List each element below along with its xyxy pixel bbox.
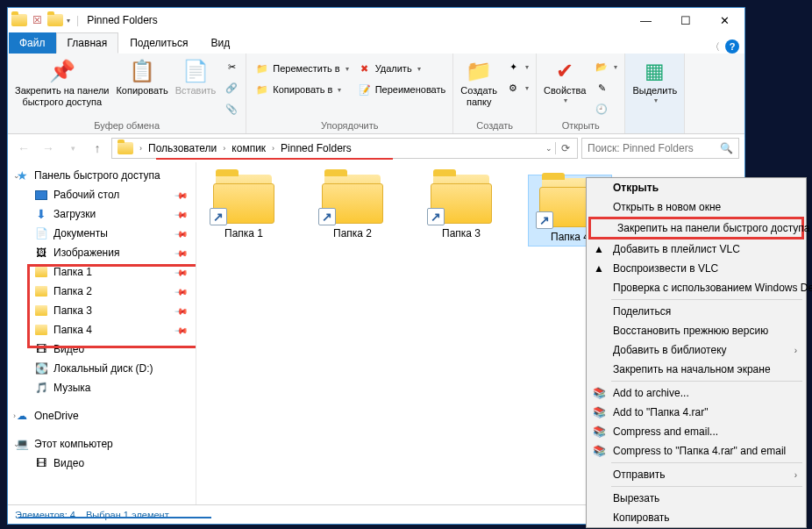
ctx-rar-add-named[interactable]: 📚Add to "Папка 4.rar" <box>587 403 806 422</box>
nav-video[interactable]: 🎞Видео <box>8 340 196 359</box>
qat-dropdown[interactable]: ▾ <box>65 17 72 25</box>
easy-access-btn[interactable]: ⚙▾ <box>502 78 532 97</box>
minimize-button[interactable]: — <box>626 8 666 32</box>
shortcut-icon: ↗ <box>536 211 553 229</box>
new-folder-button[interactable]: 📁Создать папку <box>457 55 501 109</box>
ribbon: 📌Закрепить на панели быстрого доступа 📋К… <box>8 54 744 134</box>
paste-button[interactable]: 📄Вставить <box>172 55 220 98</box>
group-label: Буфер обмена <box>11 120 242 132</box>
nav-disk-d[interactable]: 💽Локальный диск (D:) <box>8 359 196 378</box>
close-button[interactable]: ✕ <box>705 8 744 32</box>
search-icon: 🔍 <box>720 142 733 154</box>
file-label: Папка 4 <box>551 231 589 243</box>
group-label: Упорядочить <box>250 120 449 132</box>
copypath-btn[interactable]: 🔗 <box>221 78 242 97</box>
breadcrumb[interactable]: › Пользователи› компик› Pinned Folders ⌄… <box>111 138 578 159</box>
maximize-button[interactable]: ☐ <box>666 8 705 32</box>
file-label: Папка 1 <box>224 227 263 239</box>
nav-downloads[interactable]: ⬇Загрузки📌 <box>8 204 196 224</box>
nav-documents[interactable]: 📄Документы📌 <box>8 224 196 243</box>
up-button[interactable]: ↑ <box>87 138 108 159</box>
open-btn[interactable]: 📂▾ <box>591 57 621 76</box>
home-tab[interactable]: Главная <box>56 32 119 54</box>
select-button[interactable]: ▦Выделить▾ <box>629 55 680 106</box>
nav-this-pc[interactable]: ⌄💻Этот компьютер <box>8 434 196 454</box>
ctx-pin-to-qa[interactable]: Закрепить на панели быстрого доступа <box>588 217 804 239</box>
copy-button[interactable]: 📋Копировать <box>112 55 171 98</box>
ctx-vlc-play[interactable]: ▲Воспроизвести в VLC <box>587 259 806 278</box>
view-tab[interactable]: Вид <box>199 32 241 54</box>
recent-dropdown[interactable]: ▾ <box>62 138 83 159</box>
ctx-pin-start[interactable]: Закрепить на начальном экране <box>587 360 806 379</box>
nav-onedrive[interactable]: ›☁OneDrive <box>8 406 196 425</box>
qat-btn[interactable]: ☒ <box>29 14 46 26</box>
move-to-button[interactable]: 📁Переместить в▾ <box>252 59 352 78</box>
annotation-underline <box>156 158 393 160</box>
delete-button[interactable]: ✖Удалить▾ <box>354 59 450 78</box>
nav-desktop[interactable]: Рабочий стол📌 <box>8 185 196 204</box>
nav-music[interactable]: 🎵Музыка <box>8 378 196 397</box>
search-input[interactable]: Поиск: Pinned Folders🔍 <box>581 138 739 159</box>
nav-pictures[interactable]: 🖼Изображения📌 <box>8 243 196 262</box>
qat-btn[interactable] <box>47 14 63 26</box>
new-item-btn[interactable]: ✦▾ <box>502 57 532 76</box>
ctx-open[interactable]: Открыть <box>587 178 806 197</box>
ctx-vlc-add[interactable]: ▲Добавить в плейлист VLC <box>587 239 806 259</box>
forward-button[interactable]: → <box>38 138 59 159</box>
qat-sep: | <box>74 14 82 26</box>
folder-item[interactable]: ↗ Папка 3 <box>419 175 503 239</box>
file-label: Папка 3 <box>442 227 481 239</box>
ctx-open-new-window[interactable]: Открыть в новом окне <box>587 197 806 217</box>
shortcut-icon: ↗ <box>427 208 445 225</box>
copy-to-button[interactable]: 📁Копировать в▾ <box>252 80 352 99</box>
ribbon-collapse[interactable]: 〈 <box>710 40 720 54</box>
nav-folder-1[interactable]: Папка 1📌 <box>8 262 196 282</box>
app-icon <box>11 14 27 26</box>
ctx-rar-email-named[interactable]: 📚Compress to "Папка 4.rar" and email <box>587 441 806 461</box>
group-label: Открыть <box>540 120 621 132</box>
nav-pane: ⌄★Панель быстрого доступа Рабочий стол📌 … <box>8 162 196 504</box>
rename-button[interactable]: 📝Переименовать <box>354 80 450 99</box>
breadcrumb-seg[interactable]: Pinned Folders <box>277 139 355 158</box>
history-btn[interactable]: 🕘 <box>591 99 621 118</box>
file-tab[interactable]: Файл <box>9 32 56 54</box>
nav-quick-access[interactable]: ⌄★Панель быстрого доступа <box>8 166 196 185</box>
properties-button[interactable]: ✔Свойства▾ <box>540 55 589 106</box>
breadcrumb-seg[interactable]: Пользователи <box>145 139 220 158</box>
cut-btn[interactable]: ✂ <box>221 57 242 76</box>
ribbon-tabs: Файл Главная Поделиться Вид 〈? <box>8 32 744 54</box>
context-menu: Открыть Открыть в новом окне Закрепить н… <box>586 177 807 528</box>
window-title: Pinned Folders <box>87 14 158 26</box>
ctx-rar-add[interactable]: 📚Add to archive... <box>587 383 806 403</box>
back-button[interactable]: ← <box>13 138 34 159</box>
ctx-share[interactable]: Поделиться <box>587 302 806 321</box>
folder-item[interactable]: ↗ Папка 1 <box>202 175 286 239</box>
pin-to-qa-button[interactable]: 📌Закрепить на панели быстрого доступа <box>11 55 112 109</box>
edit-btn[interactable]: ✎ <box>591 78 621 97</box>
annotation-underline <box>18 517 211 518</box>
ctx-send-to[interactable]: Отправить› <box>587 465 806 484</box>
ctx-defender[interactable]: Проверка с использованием Windows Defe <box>587 278 806 297</box>
ctx-restore[interactable]: Восстановить прежнюю версию <box>587 321 806 340</box>
nav-folder-4[interactable]: Папка 4📌 <box>8 320 196 340</box>
shortcut-icon: ↗ <box>210 208 227 225</box>
breadcrumb-seg[interactable]: компик <box>228 139 269 158</box>
address-bar-row: ← → ▾ ↑ › Пользователи› компик› Pinned F… <box>8 134 744 162</box>
folder-icon <box>118 142 133 154</box>
group-label: Создать <box>457 120 532 132</box>
refresh-button[interactable]: ⟳ <box>555 142 575 154</box>
ctx-copy[interactable]: Копировать <box>587 508 806 527</box>
share-tab[interactable]: Поделиться <box>118 32 199 54</box>
nav-video2[interactable]: 🎞Видео <box>8 454 196 473</box>
shortcut-icon: ↗ <box>318 208 336 225</box>
help-icon[interactable]: ? <box>725 39 739 54</box>
nav-folder-2[interactable]: Папка 2📌 <box>8 282 196 301</box>
file-label: Папка 2 <box>333 227 372 239</box>
titlebar: ☒ ▾ | Pinned Folders — ☐ ✕ <box>8 8 744 32</box>
ctx-rar-email[interactable]: 📚Compress and email... <box>587 422 806 441</box>
nav-folder-3[interactable]: Папка 3📌 <box>8 301 196 320</box>
ctx-add-library[interactable]: Добавить в библиотеку› <box>587 340 806 360</box>
paste-shortcut-btn[interactable]: 📎 <box>221 99 242 118</box>
ctx-cut[interactable]: Вырезать <box>587 489 806 508</box>
folder-item[interactable]: ↗ Папка 2 <box>310 175 395 239</box>
